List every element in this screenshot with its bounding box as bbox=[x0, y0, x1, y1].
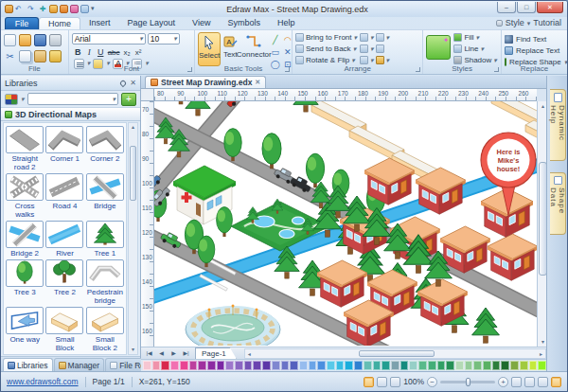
palette-swatch[interactable] bbox=[520, 361, 528, 370]
palette-swatch[interactable] bbox=[455, 361, 464, 370]
next-page-button[interactable] bbox=[168, 347, 180, 359]
tab-manager[interactable]: Manager bbox=[54, 358, 105, 371]
page-tab[interactable]: Page-1 bbox=[195, 347, 237, 359]
library-icon[interactable] bbox=[49, 5, 58, 13]
open-icon[interactable] bbox=[19, 34, 31, 46]
view-normal-icon[interactable] bbox=[364, 377, 374, 387]
lock-icon[interactable] bbox=[376, 56, 384, 64]
delete-tool-icon[interactable]: ✕ bbox=[282, 47, 293, 58]
palette-swatch[interactable] bbox=[217, 361, 225, 370]
print-icon[interactable] bbox=[49, 34, 62, 46]
new-document-icon[interactable] bbox=[4, 34, 16, 46]
preview-icon[interactable] bbox=[80, 5, 89, 13]
palette-swatch[interactable] bbox=[253, 361, 261, 370]
drawing-page[interactable]: Here is Mike's house! bbox=[154, 101, 537, 347]
clipart-icon[interactable] bbox=[60, 5, 68, 13]
fit-window-icon[interactable] bbox=[511, 377, 522, 387]
previous-page-button[interactable] bbox=[155, 347, 168, 359]
copy-icon[interactable] bbox=[19, 50, 31, 62]
palette-swatch[interactable] bbox=[290, 361, 298, 370]
scrollbar-thumb[interactable] bbox=[130, 146, 136, 201]
palette-swatch[interactable] bbox=[373, 361, 382, 370]
scroll-up-icon[interactable] bbox=[129, 123, 137, 132]
maximize-button[interactable] bbox=[517, 2, 536, 13]
distribute-icon[interactable] bbox=[376, 33, 384, 42]
palette-swatch[interactable] bbox=[529, 361, 538, 370]
close-button[interactable] bbox=[537, 2, 563, 13]
palette-swatch[interactable] bbox=[510, 361, 519, 370]
palette-swatch[interactable] bbox=[317, 361, 326, 370]
library-item-one-way[interactable]: One way bbox=[6, 307, 44, 352]
add-icon[interactable] bbox=[40, 5, 47, 13]
redo-icon[interactable] bbox=[27, 5, 38, 13]
tab-view[interactable]: View bbox=[184, 17, 219, 29]
connector-tool-button[interactable]: Connector bbox=[240, 32, 268, 66]
palette-swatch[interactable] bbox=[400, 361, 409, 370]
chevron-down-icon[interactable] bbox=[21, 96, 25, 103]
basic-tools-dialog-launcher-icon[interactable] bbox=[285, 67, 290, 72]
hyperlink-icon[interactable] bbox=[70, 5, 79, 13]
library-item-partial[interactable] bbox=[45, 354, 83, 355]
library-scrollbar[interactable] bbox=[128, 122, 138, 355]
palette-swatch[interactable] bbox=[225, 361, 234, 370]
palette-swatch[interactable] bbox=[336, 361, 345, 370]
arc-tool-icon[interactable]: ◠ bbox=[282, 35, 293, 45]
palette-swatch[interactable] bbox=[501, 361, 509, 370]
library-group-title[interactable]: 3D Directional Maps bbox=[15, 110, 97, 119]
palette-swatch[interactable] bbox=[189, 361, 198, 370]
line-tool-icon[interactable]: ╱ bbox=[270, 35, 280, 45]
tab-insert[interactable]: Insert bbox=[80, 17, 119, 29]
tab-page-layout[interactable]: Page Layout bbox=[119, 17, 185, 29]
palette-swatch[interactable] bbox=[272, 361, 280, 370]
palette-swatch[interactable] bbox=[364, 361, 372, 370]
palette-swatch[interactable] bbox=[437, 361, 446, 370]
palette-swatch[interactable] bbox=[446, 361, 454, 370]
layer-icon[interactable] bbox=[360, 56, 368, 64]
arrange-dialog-launcher-icon[interactable] bbox=[416, 67, 420, 72]
palette-swatch[interactable] bbox=[345, 361, 353, 370]
tutorial-menu[interactable]: Tutorial bbox=[533, 17, 561, 29]
scroll-right-icon[interactable] bbox=[537, 349, 545, 358]
toolbar-options-icon[interactable] bbox=[91, 5, 98, 13]
library-list-icon[interactable] bbox=[5, 94, 18, 105]
palette-swatch[interactable] bbox=[299, 361, 308, 370]
subscript-button[interactable]: x₂ bbox=[123, 48, 132, 57]
palette-swatch[interactable] bbox=[428, 361, 436, 370]
palette-swatch[interactable] bbox=[170, 361, 179, 370]
close-panel-icon[interactable] bbox=[130, 79, 136, 87]
document-tab[interactable]: Street Map Drawing.edx bbox=[145, 76, 266, 88]
undo-icon[interactable] bbox=[15, 5, 26, 13]
palette-swatch[interactable] bbox=[152, 361, 161, 370]
library-item-corner-2[interactable]: Corner 2 bbox=[86, 126, 124, 171]
palette-swatch[interactable] bbox=[180, 361, 188, 370]
styles-dialog-launcher-icon[interactable] bbox=[494, 67, 499, 72]
library-item-partial[interactable] bbox=[86, 354, 124, 355]
palette-swatch[interactable] bbox=[409, 361, 417, 370]
add-library-button[interactable] bbox=[121, 93, 136, 106]
bold-button[interactable]: B bbox=[74, 47, 82, 57]
save-icon[interactable] bbox=[5, 5, 13, 13]
view-page-icon[interactable] bbox=[377, 377, 387, 387]
format-painter-icon[interactable] bbox=[49, 50, 62, 62]
palette-swatch[interactable] bbox=[143, 361, 151, 370]
palette-swatch[interactable] bbox=[391, 361, 399, 370]
library-item-bridge-2[interactable]: Bridge 2 bbox=[6, 221, 44, 258]
palette-swatch[interactable] bbox=[538, 361, 546, 370]
palette-swatch[interactable] bbox=[309, 361, 317, 370]
library-item-small-block-2[interactable]: Small Block 2 bbox=[86, 307, 124, 352]
stadium-shape[interactable] bbox=[186, 305, 280, 347]
palette-swatch[interactable] bbox=[473, 361, 482, 370]
website-link[interactable]: www.edrawsoft.com bbox=[7, 377, 79, 386]
palette-swatch[interactable] bbox=[161, 361, 169, 370]
palette-swatch[interactable] bbox=[281, 361, 290, 370]
tab-home[interactable]: Home bbox=[39, 17, 80, 29]
chevron-down-icon[interactable] bbox=[527, 17, 531, 29]
superscript-button[interactable]: x² bbox=[134, 48, 143, 57]
library-item-cross-walks[interactable]: Cross walks bbox=[6, 173, 44, 219]
fill-button[interactable]: Fill bbox=[453, 32, 496, 43]
scrollbar-thumb[interactable] bbox=[359, 350, 434, 357]
last-page-button[interactable] bbox=[180, 347, 192, 359]
line-button[interactable]: Line bbox=[453, 44, 496, 54]
close-document-icon[interactable] bbox=[255, 79, 260, 86]
palette-swatch[interactable] bbox=[198, 361, 206, 370]
